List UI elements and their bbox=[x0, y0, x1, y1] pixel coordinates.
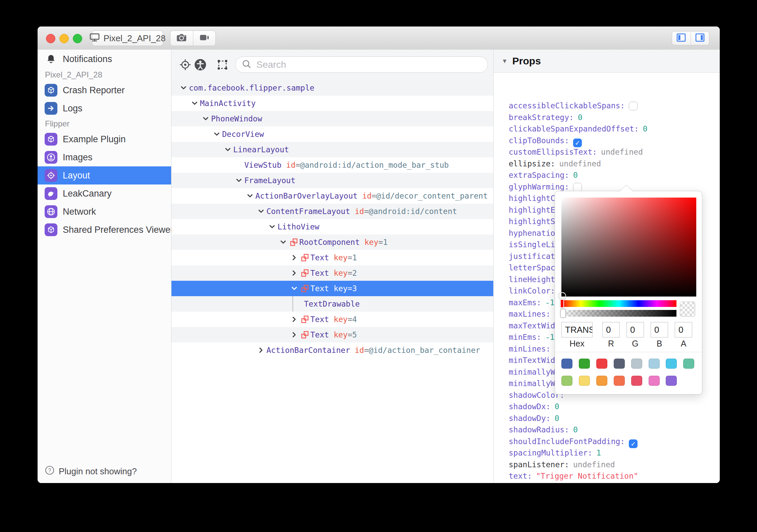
popup-divider bbox=[555, 352, 702, 352]
chevron-down-icon[interactable] bbox=[278, 237, 289, 247]
tree-row-text[interactable]: Textkey=5 bbox=[171, 327, 493, 342]
tree-row-textdrawable[interactable]: TextDrawable bbox=[171, 296, 493, 312]
view-hierarchy-tree: com.facebook.flipper.sampleMainActivityP… bbox=[171, 80, 493, 483]
litho-component-icon bbox=[300, 283, 310, 294]
attr-value: 1 bbox=[383, 238, 388, 247]
toggle-right-panel-button[interactable] bbox=[691, 32, 709, 45]
tree-row-actionbarcontainer[interactable]: ActionBarContainerid=@id/action_bar_cont… bbox=[171, 342, 493, 358]
minimize-button[interactable] bbox=[59, 34, 69, 43]
chevron-right-icon[interactable] bbox=[289, 268, 300, 278]
cube-icon bbox=[45, 84, 57, 97]
prop-value: 1 bbox=[596, 448, 601, 457]
chevron-down-icon[interactable] bbox=[256, 206, 266, 216]
prop-value: undefined bbox=[601, 148, 643, 156]
sidebar-item-network[interactable]: Network bbox=[38, 203, 171, 221]
tree-row-viewstub[interactable]: ViewStubid=@android:id/action_mode_bar_s… bbox=[171, 157, 493, 173]
sidebar-item-layout[interactable]: Layout bbox=[38, 166, 171, 184]
color-swatch[interactable] bbox=[631, 359, 642, 369]
color-swatch[interactable] bbox=[561, 359, 572, 369]
record-button[interactable] bbox=[193, 31, 216, 46]
color-swatch[interactable] bbox=[649, 376, 660, 386]
color-swatch[interactable] bbox=[666, 376, 677, 386]
chevron-right-icon[interactable] bbox=[289, 253, 300, 263]
device-selector-button[interactable]: Pixel_2_API_28 bbox=[92, 31, 163, 46]
tree-row-actionbaroverlaylayout[interactable]: ActionBarOverlayLayoutid=@id/decor_conte… bbox=[171, 188, 493, 204]
chevron-right-icon[interactable] bbox=[289, 314, 300, 324]
hue-slider[interactable] bbox=[561, 300, 676, 307]
checkbox-unchecked[interactable] bbox=[573, 183, 582, 192]
color-swatch[interactable] bbox=[596, 376, 607, 386]
tree-row-linearlayout[interactable]: LinearLayout bbox=[171, 142, 493, 157]
saturation-brightness-area[interactable] bbox=[561, 198, 696, 297]
chevron-down-icon[interactable] bbox=[211, 129, 222, 139]
tree-row-lithoview[interactable]: LithoView bbox=[171, 219, 493, 234]
current-color-swatch bbox=[680, 302, 695, 317]
accessibility-mode-button[interactable] bbox=[194, 58, 207, 71]
accessibility-icon bbox=[194, 58, 207, 71]
sidebar-item-logs[interactable]: Logs bbox=[38, 99, 171, 117]
toggle-left-panel-button[interactable] bbox=[672, 32, 691, 45]
tree-row-com.facebook.flipper.sample[interactable]: com.facebook.flipper.sample bbox=[171, 80, 493, 96]
chevron-right-icon[interactable] bbox=[289, 330, 300, 340]
tree-row-text[interactable]: Textkey=4 bbox=[171, 312, 493, 327]
tree-row-framelayout[interactable]: FrameLayout bbox=[171, 173, 493, 188]
tree-row-text[interactable]: Textkey=1 bbox=[171, 250, 493, 265]
prop-row-text: text:"Trigger Notification" bbox=[509, 470, 720, 482]
chevron-down-icon[interactable] bbox=[234, 175, 244, 185]
checkbox-unchecked[interactable] bbox=[629, 102, 638, 110]
hex-input[interactable] bbox=[561, 322, 593, 337]
tree-row-text[interactable]: Textkey=2 bbox=[171, 265, 493, 281]
blue-input[interactable] bbox=[651, 322, 668, 337]
color-swatch[interactable] bbox=[596, 359, 607, 369]
chevron-down-icon[interactable] bbox=[267, 222, 277, 232]
alpha-slider[interactable] bbox=[561, 310, 676, 317]
green-input[interactable] bbox=[626, 322, 644, 337]
zoom-button[interactable] bbox=[73, 34, 82, 43]
hue-handle[interactable] bbox=[560, 299, 564, 308]
search-input[interactable] bbox=[256, 59, 482, 70]
tree-row-rootcomponent[interactable]: RootComponentkey=1 bbox=[171, 234, 493, 250]
tree-row-phonewindow[interactable]: PhoneWindow bbox=[171, 111, 493, 126]
close-button[interactable] bbox=[46, 34, 55, 43]
props-header[interactable]: ▼ Props bbox=[494, 50, 720, 73]
sidebar-item-images[interactable]: Images bbox=[38, 148, 171, 166]
sidebar-item-notifications[interactable]: Notifications bbox=[38, 50, 171, 68]
color-swatch[interactable] bbox=[683, 359, 694, 369]
chevron-down-icon[interactable] bbox=[189, 98, 200, 108]
color-swatch[interactable] bbox=[579, 359, 590, 369]
chevron-down-icon[interactable] bbox=[289, 283, 300, 294]
bounds-select-button[interactable] bbox=[216, 58, 229, 71]
checkbox-checked[interactable]: ✓ bbox=[629, 439, 638, 448]
alpha-input[interactable] bbox=[675, 322, 692, 337]
chevron-down-icon[interactable] bbox=[222, 145, 233, 155]
color-swatch[interactable] bbox=[614, 359, 625, 369]
color-swatch[interactable] bbox=[614, 376, 625, 386]
sidebar-item-example-plugin[interactable]: Example Plugin bbox=[38, 130, 171, 148]
sidebar-item-leakcanary[interactable]: LeakCanary bbox=[38, 184, 171, 203]
checkbox-checked[interactable]: ✓ bbox=[573, 139, 582, 147]
color-swatch[interactable] bbox=[631, 376, 642, 386]
tree-row-contentframelayout[interactable]: ContentFrameLayoutid=@android:id/content bbox=[171, 204, 493, 219]
color-swatch[interactable] bbox=[561, 376, 572, 386]
alpha-handle[interactable] bbox=[560, 309, 566, 318]
chevron-down-icon[interactable] bbox=[245, 191, 255, 201]
tree-row-text[interactable]: Textkey=3 bbox=[171, 281, 493, 296]
red-input[interactable] bbox=[602, 322, 620, 337]
chevron-down-icon[interactable] bbox=[200, 114, 211, 124]
chevron-down-icon[interactable] bbox=[178, 83, 189, 93]
footer-label: Plugin not showing? bbox=[59, 466, 137, 477]
sidebar-item-crash-reporter[interactable]: Crash Reporter bbox=[38, 81, 171, 99]
sidebar-item-shared-preferences-viewer[interactable]: Shared Preferences Viewer bbox=[38, 221, 171, 239]
color-swatch[interactable] bbox=[649, 359, 660, 369]
tree-row-decorview[interactable]: DecorView bbox=[171, 126, 493, 142]
color-swatch[interactable] bbox=[666, 359, 677, 369]
saturation-handle[interactable] bbox=[559, 292, 566, 300]
chevron-right-icon[interactable] bbox=[256, 345, 266, 355]
tree-row-mainactivity[interactable]: MainActivity bbox=[171, 96, 493, 111]
color-swatch[interactable] bbox=[579, 376, 590, 386]
screenshot-button[interactable] bbox=[170, 31, 193, 46]
target-select-button[interactable] bbox=[179, 58, 192, 71]
arrow-right-icon bbox=[45, 102, 57, 115]
sidebar-item-label: Layout bbox=[63, 170, 90, 181]
plugin-not-showing-link[interactable]: ? Plugin not showing? bbox=[45, 465, 137, 478]
